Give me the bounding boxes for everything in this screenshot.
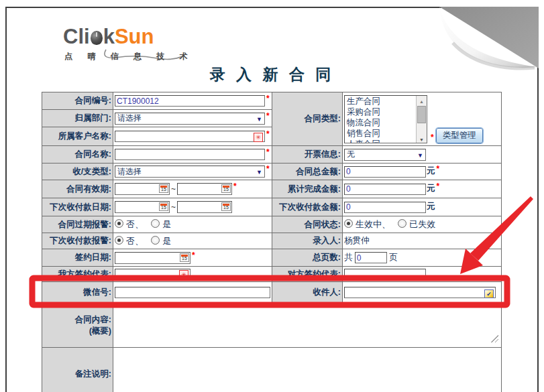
next-payment-alarm-label: 下次收付款报警: <box>50 236 111 245</box>
scrollbar-thumb[interactable] <box>417 106 426 123</box>
invoice-info-value: 无 <box>347 149 355 160</box>
page-title: 录 入 新 合 同 <box>5 64 539 85</box>
total-pages-input[interactable] <box>355 252 387 263</box>
pages-prefix: 共 <box>344 253 353 262</box>
contract-no-label: 合同编号: <box>75 96 111 105</box>
calendar-icon[interactable] <box>159 184 168 193</box>
calendar-icon[interactable] <box>221 184 231 193</box>
chevron-down-icon <box>256 114 262 123</box>
recipient-input[interactable] <box>344 287 496 298</box>
required-asterisk: * <box>437 182 440 191</box>
status-expired-radio[interactable] <box>398 219 406 228</box>
customer-name-input[interactable] <box>115 131 265 142</box>
contract-name-input[interactable] <box>115 149 265 160</box>
scroll-up-icon[interactable] <box>417 96 427 105</box>
contract-content-label: 合同内容: <box>44 314 111 326</box>
entry-person-value: 杨贯仲 <box>344 236 370 245</box>
required-asterisk: * <box>431 133 434 142</box>
next-payment-amount-input[interactable] <box>344 202 426 213</box>
remarks-label: 备注说明: <box>75 369 111 379</box>
required-asterisk: * <box>266 111 270 121</box>
logo-subtitle: 点 晴 信 息 技 术 <box>64 51 194 62</box>
required-asterisk: * <box>266 147 270 157</box>
required-asterisk: * <box>192 251 195 260</box>
other-representative-label: 对方签约代表: <box>288 269 341 279</box>
department-select-value: 请选择 <box>117 113 142 124</box>
resize-grip[interactable] <box>490 334 498 342</box>
calendar-icon[interactable] <box>180 253 189 262</box>
radio-label: 生效中、 <box>356 219 390 229</box>
required-asterisk: * <box>266 94 270 103</box>
contract-status-label: 合同状态: <box>305 220 341 229</box>
wechat-label: 微信号: <box>83 287 111 297</box>
expire-alarm-yes-radio[interactable] <box>151 219 160 228</box>
contract-no-input[interactable] <box>115 95 265 107</box>
completed-amount-label: 累计完成金额: <box>288 184 341 194</box>
sign-date-label: 签约日期: <box>75 253 111 262</box>
listbox-option[interactable]: 物流合同 <box>345 117 427 128</box>
invoice-info-select[interactable]: 无 <box>344 149 426 161</box>
contract-content-area[interactable] <box>113 304 502 348</box>
listbox-scrollbar[interactable] <box>416 96 427 143</box>
required-asterisk: * <box>266 164 270 174</box>
recipient-picker-icon[interactable] <box>484 289 494 298</box>
expire-alarm-no-radio[interactable] <box>115 219 123 228</box>
remarks-area[interactable] <box>113 348 502 392</box>
sign-date-input[interactable] <box>115 252 191 264</box>
logo-text-pre: Cli <box>63 25 90 48</box>
unit-label: 元 <box>427 184 435 193</box>
income-type-select[interactable]: 请选择 <box>115 166 265 178</box>
valid-to-input[interactable] <box>177 183 232 195</box>
range-separator: ~ <box>171 184 176 194</box>
customer-name-label: 所属客户名称: <box>58 131 111 141</box>
radio-label: 已失效 <box>409 219 435 229</box>
unit-label: 元 <box>427 202 435 211</box>
payment-alarm-no-radio[interactable] <box>115 236 123 245</box>
invoice-info-label: 开票信息: <box>305 149 341 159</box>
range-separator: ~ <box>171 202 176 212</box>
representative-picker-icon[interactable] <box>179 270 188 279</box>
other-representative-input[interactable] <box>344 269 426 280</box>
total-amount-input[interactable] <box>344 166 426 178</box>
radio-label: 是 <box>162 236 171 246</box>
our-representative-label: 我方签约代表: <box>58 269 111 279</box>
calendar-icon[interactable] <box>159 202 168 211</box>
listbox-option[interactable]: 生产合同 <box>345 96 427 107</box>
type-manage-button[interactable]: 类型管理 <box>436 128 483 143</box>
listbox-option[interactable]: 销售合同 <box>345 128 427 139</box>
next-payment-from-input[interactable] <box>115 201 170 213</box>
completed-amount-input[interactable] <box>344 184 426 195</box>
scroll-down-icon[interactable] <box>417 134 427 143</box>
listbox-option[interactable]: 人事合同 <box>345 139 427 143</box>
status-active-radio[interactable] <box>344 219 353 228</box>
chevron-down-icon <box>417 150 423 159</box>
contract-content-sublabel: (概要) <box>44 326 111 337</box>
entry-person-label: 录入人: <box>313 236 341 245</box>
expire-alarm-label: 合同过期报警: <box>58 220 111 229</box>
income-type-value: 请选择 <box>117 166 142 178</box>
next-payment-to-input[interactable] <box>177 201 232 213</box>
total-amount-label: 合同总金额: <box>296 167 341 176</box>
unit-label: 元 <box>427 166 435 176</box>
next-payment-amount-label: 下次收付款金额: <box>279 202 341 212</box>
logo-text-mid: k <box>103 25 115 48</box>
contract-name-label: 合同名称: <box>75 149 111 159</box>
radio-label: 否、 <box>126 236 144 246</box>
department-select[interactable]: 请选择 <box>115 113 265 125</box>
calendar-icon[interactable] <box>221 202 231 211</box>
wechat-input[interactable] <box>115 287 270 298</box>
total-pages-label: 总页数: <box>313 253 341 262</box>
required-asterisk: * <box>266 129 270 139</box>
logo-text-sun: Sun <box>115 25 154 48</box>
listbox-option[interactable]: 采购合同 <box>345 107 427 117</box>
contract-type-listbox[interactable]: 生产合同 采购合同 物流合同 销售合同 人事合同 <box>344 95 427 143</box>
valid-from-input[interactable] <box>115 183 170 195</box>
income-type-label: 收/支类型: <box>72 167 111 176</box>
valid-period-label: 合同有效期: <box>66 184 111 194</box>
payment-alarm-yes-radio[interactable] <box>151 236 160 245</box>
radio-label: 是 <box>162 219 171 229</box>
next-payment-date-label: 下次收付款日期: <box>50 202 111 212</box>
contract-form-table: 合同编号: * 合同类型: 生产合同 采购合同 物流合同 销售合同 人事合同 <box>42 92 502 392</box>
required-asterisk: * <box>437 164 440 174</box>
customer-picker-icon[interactable] <box>254 133 263 142</box>
